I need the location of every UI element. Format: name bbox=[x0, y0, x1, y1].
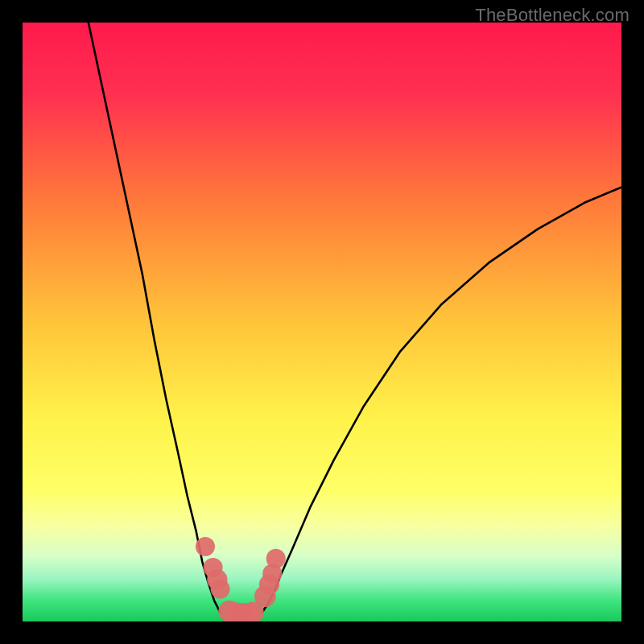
marker-point bbox=[210, 580, 229, 599]
attribution-text: TheBottleneck.com bbox=[475, 5, 630, 26]
marker-point bbox=[266, 549, 286, 568]
chart-outer-frame: TheBottleneck.com bbox=[0, 0, 644, 644]
marker-point bbox=[196, 537, 215, 556]
bottleneck-curve-plot bbox=[23, 23, 621, 621]
gradient-background bbox=[23, 23, 621, 621]
